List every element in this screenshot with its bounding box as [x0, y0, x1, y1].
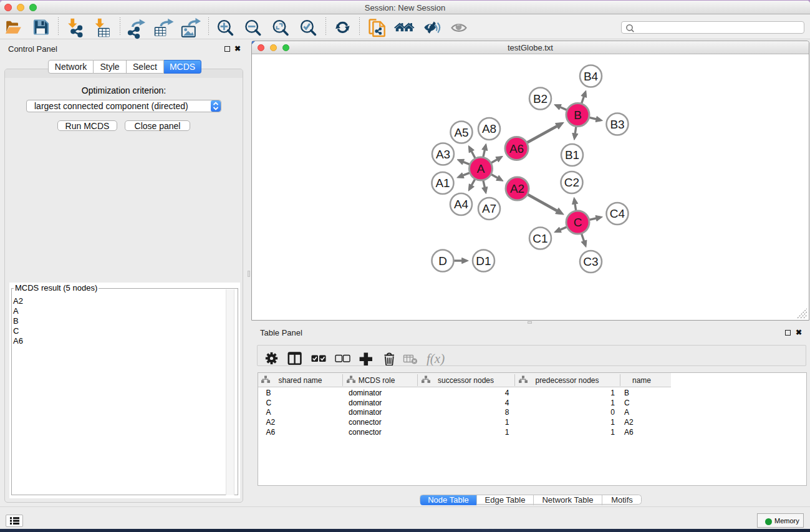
svg-text:C3: C3	[583, 255, 598, 268]
svg-text:C: C	[574, 216, 582, 229]
svg-text:A1: A1	[435, 177, 450, 190]
svg-text:C2: C2	[564, 176, 579, 189]
svg-text:A6: A6	[509, 142, 524, 155]
svg-text:B2: B2	[533, 92, 547, 105]
svg-text:D1: D1	[476, 254, 491, 268]
svg-text:A5: A5	[454, 126, 468, 139]
svg-text:B4: B4	[584, 70, 599, 83]
svg-text:C4: C4	[610, 207, 625, 220]
svg-text:f(x): f(x)	[427, 351, 445, 366]
svg-text:B: B	[574, 109, 582, 122]
svg-text:A4: A4	[454, 198, 469, 211]
svg-text:B3: B3	[610, 118, 624, 131]
svg-text:C1: C1	[533, 232, 547, 245]
svg-text:A: A	[477, 162, 485, 175]
svg-text:A3: A3	[436, 148, 450, 161]
svg-text:B1: B1	[565, 148, 579, 162]
svg-text:A7: A7	[482, 202, 496, 215]
svg-text:A8: A8	[482, 122, 496, 135]
svg-text:D: D	[438, 254, 447, 268]
svg-text:A2: A2	[510, 182, 524, 195]
